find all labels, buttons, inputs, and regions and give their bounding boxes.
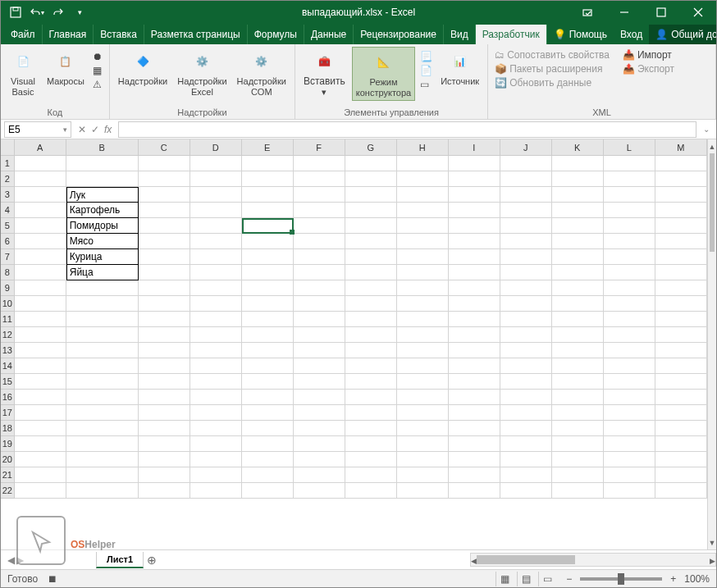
cell[interactable] xyxy=(397,280,449,296)
cell[interactable] xyxy=(242,312,294,327)
cell[interactable] xyxy=(655,171,707,187)
row-header[interactable]: 1 xyxy=(1,156,15,171)
cell[interactable] xyxy=(604,280,655,296)
ribbon-options-icon[interactable] xyxy=(569,1,605,24)
cell[interactable] xyxy=(500,405,552,421)
cell[interactable] xyxy=(449,249,500,265)
cell[interactable] xyxy=(655,296,707,312)
cell[interactable] xyxy=(500,296,552,312)
cell[interactable] xyxy=(500,452,552,467)
zoom-out-button[interactable]: − xyxy=(566,573,572,585)
cell[interactable] xyxy=(655,358,707,374)
cell[interactable] xyxy=(552,296,604,312)
cell[interactable] xyxy=(242,187,294,203)
cell[interactable] xyxy=(552,187,604,203)
cell[interactable] xyxy=(190,234,242,249)
scroll-down-icon[interactable]: ▼ xyxy=(708,536,716,549)
cell[interactable] xyxy=(15,343,66,358)
cell[interactable] xyxy=(139,234,190,249)
cell[interactable] xyxy=(242,467,294,483)
cell[interactable] xyxy=(500,234,552,249)
cell[interactable] xyxy=(139,390,190,405)
cell[interactable] xyxy=(15,421,66,436)
cell[interactable] xyxy=(449,156,500,171)
cell[interactable] xyxy=(604,405,655,421)
cell[interactable] xyxy=(345,390,397,405)
cell[interactable] xyxy=(604,171,655,187)
cell[interactable] xyxy=(15,483,66,499)
cell[interactable] xyxy=(397,312,449,327)
cell[interactable] xyxy=(397,327,449,343)
cell[interactable] xyxy=(139,483,190,499)
row-header[interactable]: 8 xyxy=(1,265,15,280)
cell[interactable] xyxy=(655,203,707,218)
redo-icon[interactable] xyxy=(48,2,68,22)
cell[interactable] xyxy=(449,280,500,296)
maximize-icon[interactable] xyxy=(642,1,679,24)
tab-developer[interactable]: Разработчик xyxy=(476,25,547,44)
cell[interactable]: Мясо xyxy=(66,234,139,249)
row-header[interactable]: 12 xyxy=(1,327,15,343)
cell[interactable] xyxy=(397,234,449,249)
cell[interactable] xyxy=(15,249,66,265)
cell[interactable] xyxy=(15,296,66,312)
cell[interactable] xyxy=(294,249,345,265)
cell[interactable] xyxy=(66,171,139,187)
cell[interactable]: Курица xyxy=(66,249,139,265)
cell[interactable] xyxy=(552,436,604,452)
cell[interactable] xyxy=(190,218,242,234)
cell[interactable] xyxy=(500,265,552,280)
tab-signin[interactable]: Вход xyxy=(614,25,649,44)
macros-button[interactable]: 📋Макросы xyxy=(43,47,88,89)
map-properties-button[interactable]: 🗂Сопоставить свойства xyxy=(493,48,611,62)
cell[interactable] xyxy=(655,218,707,234)
qat-customize-icon[interactable]: ▾ xyxy=(70,2,89,22)
cell[interactable] xyxy=(190,483,242,499)
scroll-right-icon[interactable]: ▶ xyxy=(710,554,715,567)
cell[interactable] xyxy=(15,467,66,483)
cell[interactable] xyxy=(552,358,604,374)
tab-insert[interactable]: Вставка xyxy=(94,25,144,44)
cell[interactable] xyxy=(397,358,449,374)
row-header[interactable]: 3 xyxy=(1,187,15,203)
cell[interactable] xyxy=(345,234,397,249)
tab-formulas[interactable]: Формулы xyxy=(248,25,304,44)
cell[interactable] xyxy=(345,343,397,358)
cell[interactable] xyxy=(66,156,139,171)
cell[interactable]: Яйца xyxy=(66,265,139,280)
cell[interactable] xyxy=(604,374,655,390)
cell[interactable] xyxy=(139,358,190,374)
cell[interactable] xyxy=(552,249,604,265)
cell[interactable] xyxy=(294,421,345,436)
column-header[interactable]: E xyxy=(242,139,294,156)
cell[interactable] xyxy=(139,452,190,467)
cell[interactable] xyxy=(604,203,655,218)
cell[interactable] xyxy=(15,452,66,467)
cell[interactable] xyxy=(655,421,707,436)
cell[interactable] xyxy=(139,249,190,265)
cell[interactable] xyxy=(294,343,345,358)
row-header[interactable]: 6 xyxy=(1,234,15,249)
cell[interactable] xyxy=(397,467,449,483)
zoom-in-button[interactable]: + xyxy=(670,573,676,585)
cell[interactable] xyxy=(294,436,345,452)
insert-control-button[interactable]: 🧰Вставить▾ xyxy=(300,47,349,99)
cell[interactable] xyxy=(190,327,242,343)
cell[interactable] xyxy=(139,171,190,187)
macro-record-status-icon[interactable]: ⏹ xyxy=(48,573,57,585)
cell[interactable] xyxy=(397,421,449,436)
cell[interactable] xyxy=(345,265,397,280)
cell[interactable] xyxy=(242,343,294,358)
view-code-button[interactable]: 📄 xyxy=(418,64,434,77)
cell[interactable] xyxy=(604,327,655,343)
cell[interactable] xyxy=(345,421,397,436)
cell[interactable] xyxy=(552,421,604,436)
row-header[interactable]: 9 xyxy=(1,280,15,296)
cell[interactable] xyxy=(15,203,66,218)
cell[interactable] xyxy=(190,390,242,405)
cell[interactable] xyxy=(242,421,294,436)
cell[interactable] xyxy=(604,467,655,483)
cell[interactable] xyxy=(655,467,707,483)
scroll-up-icon[interactable]: ▲ xyxy=(708,139,716,153)
record-macro-button[interactable]: ⏺ xyxy=(91,50,104,63)
